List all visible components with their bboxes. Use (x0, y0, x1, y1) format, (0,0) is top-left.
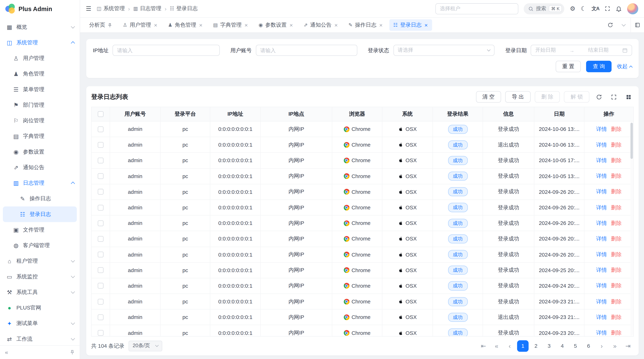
first-page-button[interactable]: ⇤ (478, 340, 489, 352)
close-tab-icon[interactable]: × (290, 22, 293, 28)
detail-link[interactable]: 详情 (596, 220, 607, 227)
tab-role-management[interactable]: ♟角色管理× (164, 19, 206, 31)
tab-dict-management[interactable]: ▤字典管理× (209, 19, 252, 31)
delete-link[interactable]: 删除 (611, 282, 622, 290)
page-button-5[interactable]: 5 (570, 340, 581, 352)
query-button[interactable]: 查 询 (586, 61, 612, 72)
row-checkbox[interactable] (98, 299, 104, 305)
detail-link[interactable]: 详情 (596, 314, 607, 321)
delete-link[interactable]: 删除 (611, 157, 622, 164)
fullscreen-icon[interactable] (605, 6, 610, 11)
scrollbar-thumb[interactable] (630, 123, 633, 159)
notification-bell-icon[interactable] (616, 5, 622, 12)
breadcrumb-login-log[interactable]: ☷登录日志 (170, 5, 198, 12)
sidebar-item-system-tools[interactable]: ⚒系统工具 (0, 285, 80, 300)
delete-link[interactable]: 删除 (611, 235, 622, 242)
row-checkbox[interactable] (98, 283, 104, 289)
sidebar-item-test-menu[interactable]: ✦测试菜单 (0, 316, 80, 331)
tab-analysis[interactable]: 分析页 (85, 19, 116, 31)
close-tab-icon[interactable]: × (424, 22, 428, 28)
table-fullscreen-icon[interactable] (608, 91, 619, 102)
reset-button[interactable]: 重 置 (556, 61, 581, 72)
sidebar-item-plus-website[interactable]: ●PLUS官网 (0, 300, 80, 316)
page-button-1[interactable]: 1 (517, 340, 528, 352)
dark-mode-moon-icon[interactable]: ☾ (581, 5, 586, 12)
page-button-3[interactable]: 3 (544, 340, 555, 352)
delete-button[interactable]: 删 除 (535, 91, 560, 103)
page-button-6[interactable]: 6 (583, 340, 594, 352)
last-page-button[interactable]: ⇥ (622, 340, 634, 352)
delete-link[interactable]: 删除 (611, 298, 622, 305)
delete-link[interactable]: 删除 (611, 141, 622, 148)
unlock-button[interactable]: 解 锁 (564, 91, 589, 103)
detail-link[interactable]: 详情 (596, 282, 607, 290)
row-checkbox[interactable] (98, 158, 104, 163)
sidebar-item-tenant-management[interactable]: ⌂租户管理 (0, 253, 80, 269)
settings-gear-icon[interactable]: ⚙ (570, 5, 575, 12)
account-filter-input[interactable] (260, 47, 352, 53)
collapse-sidebar-icon[interactable]: « (5, 349, 8, 356)
row-checkbox[interactable] (98, 205, 104, 210)
detail-link[interactable]: 详情 (596, 141, 607, 148)
sidebar-item-log-management[interactable]: ▥日志管理 (0, 175, 80, 191)
row-checkbox[interactable] (98, 189, 104, 195)
sidebar-item-system-monitor[interactable]: ▭系统监控 (0, 269, 80, 285)
sidebar-item-file-management[interactable]: ▣文件管理 (0, 222, 80, 238)
sidebar-item-login-log[interactable]: ☷登录日志 (3, 207, 77, 222)
tabs-dropdown-chevron-icon[interactable] (617, 18, 630, 32)
row-checkbox[interactable] (98, 220, 104, 226)
pin-sidebar-icon[interactable] (70, 350, 75, 355)
page-button-2[interactable]: 2 (530, 340, 542, 352)
sidebar-item-param-settings[interactable]: ◉参数设置 (0, 144, 80, 160)
delete-link[interactable]: 删除 (611, 267, 622, 274)
close-tab-icon[interactable]: × (334, 22, 338, 28)
tab-user-management[interactable]: ♙用户管理× (119, 19, 162, 31)
sidebar-item-post-management[interactable]: ⚐岗位管理 (0, 113, 80, 128)
breadcrumb-system-management[interactable]: ◫系统管理 (97, 5, 125, 12)
sidebar-item-client-management[interactable]: ◍客户端管理 (0, 238, 80, 253)
refresh-page-icon[interactable] (604, 18, 617, 32)
tenant-select-input[interactable] (440, 6, 514, 11)
collapse-filters-link[interactable]: 收起 (617, 63, 632, 70)
row-checkbox[interactable] (98, 330, 104, 336)
clear-button[interactable]: 清 空 (476, 91, 501, 103)
delete-link[interactable]: 删除 (611, 173, 622, 180)
tab-notice[interactable]: ⇗通知公告× (300, 19, 342, 31)
page-button-4[interactable]: 4 (556, 340, 568, 352)
jump-prev-button[interactable]: « (491, 340, 502, 352)
jump-next-button[interactable]: » (609, 340, 620, 352)
column-settings-icon[interactable] (623, 91, 634, 102)
row-checkbox[interactable] (98, 314, 104, 320)
app-logo[interactable]: Plus Admin (0, 0, 80, 17)
sidebar-item-notice[interactable]: ⇗通知公告 (0, 160, 80, 175)
row-checkbox[interactable] (98, 126, 104, 132)
delete-link[interactable]: 删除 (611, 251, 622, 258)
tab-operation-log[interactable]: ✎操作日志× (344, 19, 387, 31)
global-search-button[interactable]: 搜索 ⌘ K (524, 3, 564, 14)
tab-login-log[interactable]: ☷登录日志× (389, 19, 432, 31)
sidebar-item-dict-management[interactable]: ▤字典管理 (0, 129, 80, 144)
delete-link[interactable]: 删除 (611, 204, 622, 211)
detail-link[interactable]: 详情 (596, 298, 607, 305)
detail-link[interactable]: 详情 (596, 329, 607, 336)
content-expand-icon[interactable] (630, 18, 644, 32)
detail-link[interactable]: 详情 (596, 204, 607, 211)
detail-link[interactable]: 详情 (596, 125, 607, 133)
detail-link[interactable]: 详情 (596, 157, 607, 164)
detail-link[interactable]: 详情 (596, 267, 607, 274)
refresh-table-icon[interactable] (594, 91, 604, 102)
sidebar-item-menu-management[interactable]: ☰菜单管理 (0, 82, 80, 97)
detail-link[interactable]: 详情 (596, 251, 607, 258)
sidebar-item-overview[interactable]: ▦概览 (0, 19, 80, 35)
login-status-select[interactable]: 请选择 (393, 45, 495, 56)
delete-link[interactable]: 删除 (611, 125, 622, 133)
close-tab-icon[interactable]: × (379, 22, 383, 28)
sidebar-item-user-management[interactable]: ♙用户管理 (0, 50, 80, 66)
delete-link[interactable]: 删除 (611, 220, 622, 227)
pin-icon[interactable] (108, 23, 112, 27)
detail-link[interactable]: 详情 (596, 235, 607, 242)
detail-link[interactable]: 详情 (596, 188, 607, 195)
row-checkbox[interactable] (98, 142, 104, 148)
close-tab-icon[interactable]: × (244, 22, 248, 28)
row-checkbox[interactable] (98, 267, 104, 273)
